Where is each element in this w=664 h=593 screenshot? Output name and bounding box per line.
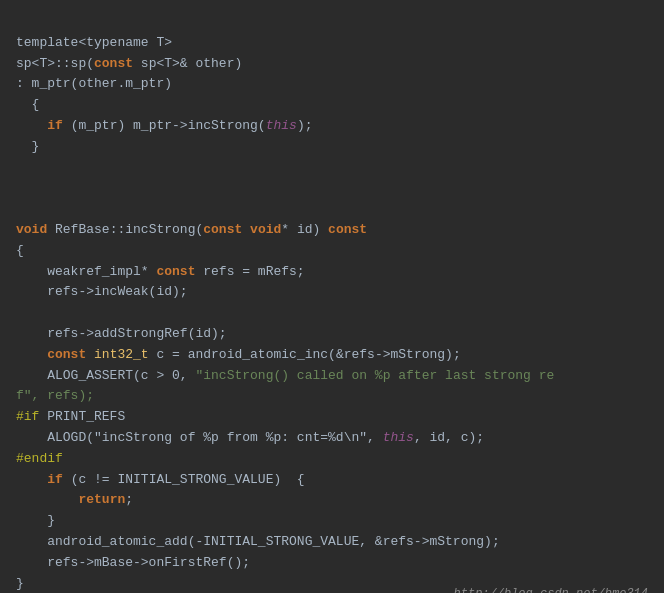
code-line: } <box>16 511 648 532</box>
code-token: * id) <box>281 222 328 237</box>
code-token: const <box>94 56 133 71</box>
code-token: ); <box>297 118 313 133</box>
code-token <box>16 492 78 507</box>
code-line: #endif <box>16 449 648 470</box>
code-token: this <box>383 430 414 445</box>
code-token: { <box>16 243 24 258</box>
code-line: { <box>16 95 648 116</box>
code-token: return <box>78 492 125 507</box>
code-token: refs = mRefs; <box>195 264 304 279</box>
code-token: (c != INITIAL_STRONG_VALUE) { <box>63 472 305 487</box>
code-line: template<typename T> <box>16 33 648 54</box>
code-token: from <box>227 430 258 445</box>
code-token: sp<T>::sp( <box>16 56 94 71</box>
code-container: template<typename T>sp<T>::sp(const sp<T… <box>16 12 648 593</box>
code-token: if <box>47 118 63 133</box>
code-line: { <box>16 241 648 262</box>
code-token: const <box>47 347 86 362</box>
code-line: refs->incWeak(id); <box>16 282 648 303</box>
code-line: const int32_t c = android_atomic_inc(&re… <box>16 345 648 366</box>
code-token: void <box>16 222 47 237</box>
code-line: android_atomic_add(-INITIAL_STRONG_VALUE… <box>16 532 648 553</box>
code-line: refs->mBase->onFirstRef(); <box>16 553 648 574</box>
code-token <box>16 118 47 133</box>
code-token: sp<T>& other) <box>133 56 242 71</box>
code-line <box>16 303 648 324</box>
code-line <box>16 178 648 199</box>
watermark-text: http://blog.csdn.net/bme314 <box>454 585 648 593</box>
code-line <box>16 158 648 179</box>
code-line: sp<T>::sp(const sp<T>& other) <box>16 54 648 75</box>
code-token: f", refs); <box>16 388 94 403</box>
code-line: : m_ptr(other.m_ptr) <box>16 74 648 95</box>
code-token <box>242 222 250 237</box>
code-token: weakref_impl* <box>16 264 156 279</box>
code-token: const <box>203 222 242 237</box>
code-token: "incStrong() called on %p after last str… <box>195 368 554 383</box>
code-line: weakref_impl* const refs = mRefs; <box>16 262 648 283</box>
code-token: %p: cnt=%d\n", <box>258 430 383 445</box>
code-token: ALOGD("incStrong of %p <box>16 430 227 445</box>
code-token: template<typename T> <box>16 35 172 50</box>
code-token: , id, c); <box>414 430 484 445</box>
code-line: f", refs); <box>16 386 648 407</box>
code-token: PRINT_REFS <box>39 409 125 424</box>
code-token: } <box>16 576 24 591</box>
code-token: int32_t <box>94 347 149 362</box>
code-line: } <box>16 137 648 158</box>
code-token: refs->incWeak(id); <box>16 284 188 299</box>
code-token: refs->addStrongRef(id); <box>16 326 227 341</box>
code-token <box>16 472 47 487</box>
code-token: android_atomic_add(-INITIAL_STRONG_VALUE… <box>16 534 500 549</box>
code-token: #if <box>16 409 39 424</box>
code-token <box>16 347 47 362</box>
code-token: const <box>328 222 367 237</box>
code-token: } <box>16 139 39 154</box>
code-token: { <box>16 97 39 112</box>
code-token: c = android_atomic_inc(&refs->mStrong); <box>149 347 461 362</box>
code-token: ALOG_ASSERT(c > 0, <box>16 368 195 383</box>
code-token: const <box>156 264 195 279</box>
code-token: #endif <box>16 451 63 466</box>
code-line: ALOG_ASSERT(c > 0, "incStrong() called o… <box>16 366 648 387</box>
code-token: (m_ptr) m_ptr->incStrong( <box>63 118 266 133</box>
code-line: ALOGD("incStrong of %p from %p: cnt=%d\n… <box>16 428 648 449</box>
code-line: void RefBase::incStrong(const void* id) … <box>16 220 648 241</box>
code-token: if <box>47 472 63 487</box>
code-line: if (c != INITIAL_STRONG_VALUE) { <box>16 470 648 491</box>
code-token: : m_ptr(other.m_ptr) <box>16 76 172 91</box>
code-token: RefBase::incStrong( <box>47 222 203 237</box>
code-token: } <box>16 513 55 528</box>
code-line: if (m_ptr) m_ptr->incStrong(this); <box>16 116 648 137</box>
code-line: #if PRINT_REFS <box>16 407 648 428</box>
code-token <box>86 347 94 362</box>
code-token: void <box>250 222 281 237</box>
code-token: ; <box>125 492 133 507</box>
code-token: refs->mBase->onFirstRef(); <box>16 555 250 570</box>
code-line <box>16 199 648 220</box>
code-token: this <box>266 118 297 133</box>
code-line: refs->addStrongRef(id); <box>16 324 648 345</box>
code-line: return; <box>16 490 648 511</box>
